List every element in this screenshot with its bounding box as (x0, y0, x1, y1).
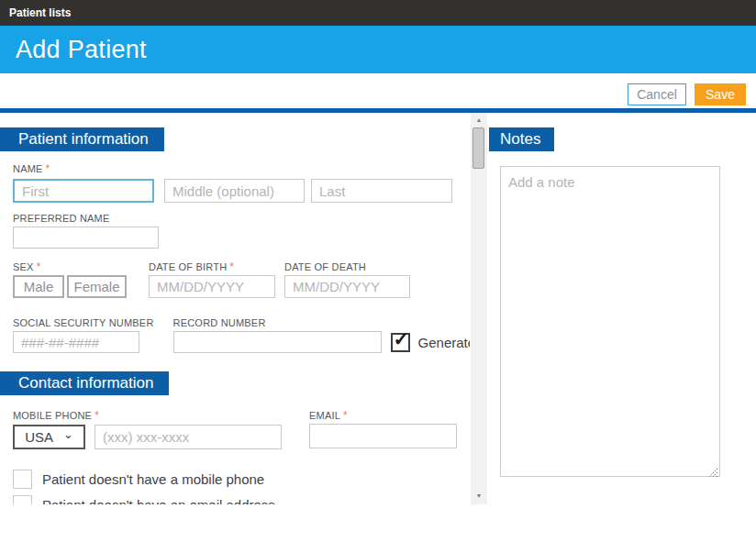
first-name-input[interactable] (13, 179, 154, 203)
middle-name-input[interactable] (164, 179, 305, 203)
no-email-checkbox[interactable] (13, 495, 32, 504)
no-mobile-label: Patient doesn't have a mobile phone (42, 471, 264, 487)
sex-field-group: SEX* Male Female (13, 261, 127, 298)
date-of-birth-input[interactable] (149, 275, 275, 298)
main-content: Patient information NAME* PREFERRED NAME (0, 113, 756, 542)
ssn-input[interactable] (13, 331, 139, 353)
date-of-death-label: DATE OF DEATH (284, 261, 410, 273)
email-field-group: EMAIL* (309, 410, 457, 449)
generate-field-group: ✓ Generate (391, 331, 470, 353)
no-mobile-row: Patient doesn't have a mobile phone (13, 470, 470, 489)
email-label: EMAIL* (309, 410, 457, 422)
record-number-field-group: RECORD NUMBER (173, 317, 382, 353)
sex-male-button[interactable]: Male (13, 275, 64, 298)
topbar: Patient lists (0, 0, 756, 26)
dob-field-group: DATE OF BIRTH* (149, 261, 275, 298)
scroll-up-icon: ▲ (476, 116, 483, 123)
sex-dob-dod-row: SEX* Male Female DATE OF BIRTH* (13, 261, 470, 298)
resize-grip-icon[interactable] (708, 468, 718, 478)
ssn-label: SOCIAL SECURITY NUMBER (13, 317, 154, 329)
patient-form: Patient information NAME* PREFERRED NAME (0, 113, 470, 504)
preferred-name-input[interactable] (13, 227, 159, 249)
notes-section-header: Notes (489, 127, 554, 151)
email-input[interactable] (309, 424, 457, 448)
toolbar: Cancel Save (0, 73, 756, 108)
breadcrumb-patient-lists[interactable]: Patient lists (9, 6, 71, 19)
checkmark-icon: ✓ (394, 328, 410, 350)
mobile-phone-field-group: MOBILE PHONE* USA ⌄ (13, 410, 282, 449)
contact-info-section-title: Contact information (18, 374, 153, 392)
date-of-birth-label: DATE OF BIRTH* (149, 261, 275, 273)
country-code-select[interactable]: USA ⌄ (13, 425, 85, 449)
generate-label: Generate (418, 335, 470, 350)
name-field-row: NAME* (13, 163, 470, 203)
required-asterisk: * (46, 162, 50, 175)
scrollbar-thumb[interactable] (472, 127, 484, 169)
country-code-value: USA (25, 429, 53, 445)
patient-info-section-header: Patient information (0, 127, 164, 151)
preferred-name-label: PREFERRED NAME (13, 213, 470, 225)
generate-checkbox[interactable]: ✓ (391, 333, 410, 352)
record-number-label: RECORD NUMBER (173, 317, 382, 329)
no-email-row: Patient doesn't have an email address (13, 495, 470, 504)
notes-section-title: Notes (500, 130, 540, 148)
page-header: Add Patient (0, 26, 756, 73)
no-mobile-checkbox[interactable] (13, 470, 32, 489)
name-label: NAME* (13, 163, 470, 175)
scroll-down-icon: ▼ (476, 492, 483, 499)
mobile-phone-label: MOBILE PHONE* (13, 410, 282, 422)
save-button[interactable]: Save (695, 83, 746, 105)
add-patient-window: Patient lists Add Patient Cancel Save Pa… (0, 0, 756, 542)
form-scrollbar[interactable]: ▲ ▼ (471, 113, 487, 504)
scroll-up-button[interactable]: ▲ (471, 116, 487, 123)
sex-female-button[interactable]: Female (67, 275, 127, 298)
required-asterisk: * (94, 409, 99, 422)
cancel-button[interactable]: Cancel (628, 83, 686, 105)
date-of-death-input[interactable] (284, 275, 410, 298)
record-number-input (173, 331, 382, 353)
notes-section: Notes (489, 113, 756, 481)
phone-email-row: MOBILE PHONE* USA ⌄ EMAIL* (13, 410, 470, 449)
ssn-record-row: SOCIAL SECURITY NUMBER RECORD NUMBER ✓ (13, 317, 470, 353)
mobile-phone-input[interactable] (94, 425, 282, 449)
dod-field-group: DATE OF DEATH (284, 261, 410, 298)
ssn-field-group: SOCIAL SECURITY NUMBER (13, 317, 154, 353)
scroll-down-button[interactable]: ▼ (471, 492, 487, 499)
chevron-down-icon: ⌄ (63, 430, 73, 439)
notes-textarea[interactable] (500, 166, 720, 477)
required-asterisk: * (37, 260, 41, 273)
patient-info-section-title: Patient information (18, 130, 149, 148)
required-asterisk: * (229, 260, 234, 273)
last-name-input[interactable] (311, 179, 452, 203)
sex-label: SEX* (13, 261, 127, 273)
contact-info-section-header: Contact information (0, 371, 169, 395)
required-asterisk: * (343, 409, 348, 422)
no-email-label: Patient doesn't have an email address (42, 497, 275, 504)
page-title: Add Patient (16, 36, 147, 64)
patient-form-scroll-area: Patient information NAME* PREFERRED NAME (0, 113, 470, 504)
